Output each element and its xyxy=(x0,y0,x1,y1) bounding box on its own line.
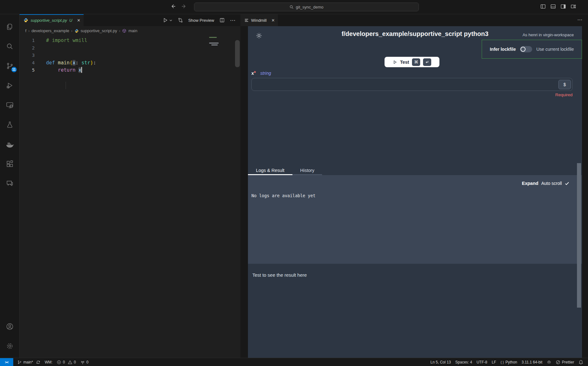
back-icon[interactable] xyxy=(170,4,175,9)
ports-status[interactable]: 0 xyxy=(78,360,91,364)
minimap-line xyxy=(209,43,219,44)
split-editor-icon[interactable] xyxy=(219,17,225,23)
breadcrumb-root[interactable]: f xyxy=(25,28,26,33)
expand-button[interactable]: Expand xyxy=(522,181,538,186)
breadcrumb-symbol[interactable]: main xyxy=(128,28,137,33)
variable-picker-button[interactable]: $ xyxy=(558,80,571,89)
git-branch-status[interactable]: main* xyxy=(15,360,43,364)
indentation[interactable]: Spaces: 4 xyxy=(453,360,474,364)
breadcrumb-folder[interactable]: developers_example xyxy=(32,28,69,33)
open-changes-icon[interactable] xyxy=(178,17,183,23)
tab-history[interactable]: History xyxy=(292,165,322,175)
cmd-key-icon: ⌘ xyxy=(412,58,420,66)
customize-layout-icon[interactable] xyxy=(571,4,576,9)
wm-label: WM: xyxy=(45,360,53,364)
account-icon[interactable] xyxy=(0,317,20,336)
arg-x-input[interactable] xyxy=(252,78,572,91)
lockfile-toggle[interactable] xyxy=(520,46,532,52)
tab-close-icon[interactable]: ✕ xyxy=(271,18,275,22)
python-interpreter[interactable]: 3.11.1 64-bit xyxy=(519,360,544,364)
copilot-status[interactable] xyxy=(544,360,554,364)
test-button[interactable]: Test ⌘ xyxy=(385,57,439,67)
minimap[interactable] xyxy=(209,37,222,46)
search-icon xyxy=(290,5,294,9)
encoding-label: UTF-8 xyxy=(477,360,487,364)
error-count: 0 xyxy=(63,360,65,364)
wm-status[interactable]: WM: xyxy=(43,360,55,364)
error-icon xyxy=(57,360,61,364)
code-token: def xyxy=(46,60,58,66)
forward-icon[interactable] xyxy=(182,4,187,9)
warning-count: 0 xyxy=(74,360,76,364)
run-debug-icon[interactable] xyxy=(0,76,20,95)
editor-more-actions-icon[interactable]: ⋯ xyxy=(230,17,235,24)
code-line-4: 4 def main(x: str): xyxy=(20,59,240,67)
circle-slash-icon xyxy=(556,360,560,364)
remote-icon: >< xyxy=(5,360,9,364)
tab-supportive-script[interactable]: supportive_script.py U ✕ xyxy=(20,14,84,26)
code-token: : xyxy=(75,60,81,66)
cursor-position[interactable]: Ln 5, Col 13 xyxy=(428,360,453,364)
search-sidebar-icon[interactable] xyxy=(0,37,20,56)
radio-tower-icon xyxy=(80,360,85,364)
notifications-bell[interactable] xyxy=(576,360,585,364)
testing-icon[interactable] xyxy=(0,115,20,134)
indentation-label: Spaces: 4 xyxy=(455,360,472,364)
command-center-search[interactable]: git_sync_demo xyxy=(194,3,419,11)
toggle-knob-icon xyxy=(520,47,526,52)
comments-icon[interactable] xyxy=(0,174,20,193)
code-token: str xyxy=(81,60,90,66)
activity-bar: 11 xyxy=(0,14,20,358)
code-line-2: 2 xyxy=(20,44,240,52)
workspace-context: As henri in virgin-workspace xyxy=(522,32,574,37)
eol-sequence[interactable]: LF xyxy=(490,360,498,364)
code-token: main xyxy=(58,60,69,66)
tab-close-icon[interactable]: ✕ xyxy=(77,18,80,22)
sync-icon xyxy=(36,360,40,364)
windmill-panel: f/developers_example/supportive_script p… xyxy=(248,26,582,358)
branch-name: main* xyxy=(23,360,33,364)
lockfile-panel: Infer lockfile Use current lockfile xyxy=(482,40,582,59)
tab-windmill[interactable]: Windmill ✕ xyxy=(240,14,278,26)
python-file-icon xyxy=(74,29,79,33)
code-token-highlighted: x xyxy=(73,60,75,66)
show-preview-button[interactable]: Show Preview xyxy=(188,18,214,23)
logs-empty-message: No logs are available yet xyxy=(251,193,315,198)
text-cursor xyxy=(81,67,82,73)
tab-logs-result[interactable]: Logs & Result xyxy=(248,165,292,175)
remote-indicator[interactable]: >< xyxy=(0,358,13,366)
docker-icon[interactable] xyxy=(0,134,20,154)
arg-type: string xyxy=(260,71,271,76)
line-number: 1 xyxy=(20,37,46,44)
result-hint: Test to see the result here xyxy=(252,272,307,278)
run-dropdown-chevron-icon[interactable] xyxy=(169,19,173,22)
title-bar: git_sync_demo xyxy=(0,0,588,14)
encoding[interactable]: UTF-8 xyxy=(474,360,490,364)
explorer-icon[interactable] xyxy=(0,17,20,37)
run-python-file-icon[interactable] xyxy=(162,17,168,23)
prettier-label: Prettier xyxy=(562,360,574,364)
auto-scroll-toggle[interactable]: Auto scroll xyxy=(541,181,562,186)
ports-count: 0 xyxy=(86,360,89,364)
webview-scrollbar[interactable] xyxy=(577,163,581,308)
problems-status[interactable]: 0 0 xyxy=(55,360,78,364)
extensions-icon[interactable] xyxy=(0,154,20,174)
code-editor[interactable]: 1 # import wmill 2 3 4 def main(x: str):… xyxy=(20,35,240,358)
breadcrumb-file[interactable]: supportive_script.py xyxy=(81,28,117,33)
interpreter-label: 3.11.1 64-bit xyxy=(521,360,542,364)
infer-lockfile-label: Infer lockfile xyxy=(490,47,516,52)
toggle-panel-icon[interactable] xyxy=(550,4,556,9)
minimap-line xyxy=(211,44,218,45)
enter-key-icon xyxy=(423,58,431,66)
remote-explorer-icon[interactable] xyxy=(0,95,20,115)
source-control-icon[interactable]: 11 xyxy=(0,56,20,76)
settings-gear-icon[interactable] xyxy=(0,336,20,356)
toggle-secondary-sidebar-icon[interactable] xyxy=(561,4,566,9)
windmill-more-actions-icon[interactable]: ⋯ xyxy=(577,17,582,23)
prettier-status[interactable]: Prettier xyxy=(554,360,576,364)
editor-scrollbar[interactable] xyxy=(235,40,240,67)
language-mode[interactable]: { } Python xyxy=(498,360,520,364)
toggle-primary-sidebar-icon[interactable] xyxy=(540,4,546,9)
required-star: * xyxy=(254,70,256,76)
eol-label: LF xyxy=(492,360,496,364)
